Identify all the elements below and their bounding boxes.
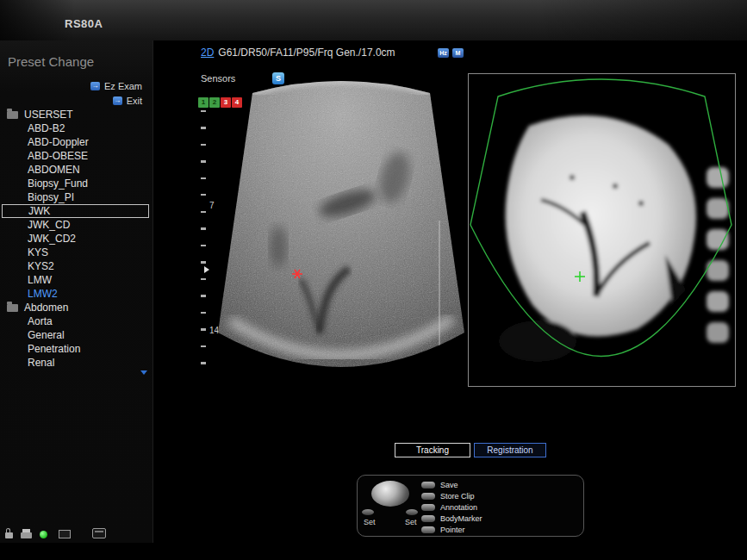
tree-item-label: Biopsy_Fund (28, 177, 88, 190)
tree-item-abdomen[interactable]: ABDOMEN (0, 163, 153, 177)
set-button-left[interactable] (362, 509, 374, 515)
softkey-store-clip[interactable]: Store Clip (421, 490, 482, 501)
title-bar: RS80A (0, 0, 747, 41)
tree-item-biopsy_pi[interactable]: Biopsy_PI (0, 190, 153, 204)
tracking-tab[interactable]: Tracking (395, 443, 470, 457)
softkey-label: Store Clip (440, 492, 475, 501)
tree-item-label: ABD-B2 (28, 121, 65, 135)
softkey-bodymarker[interactable]: BodyMarker (421, 513, 482, 524)
header-icons: Hz M (438, 48, 464, 58)
sidebar-title: Preset Change (8, 54, 94, 69)
softkey-panel: Set Set SaveStore ClipAnnotationBodyMark… (357, 475, 584, 537)
set-button-right[interactable] (406, 509, 418, 515)
tree-item-label: ABD-OBESE (28, 149, 88, 163)
tree-item-abd-doppler[interactable]: ABD-Doppler (0, 135, 153, 149)
tree-item-jwk[interactable]: JWK (2, 204, 149, 218)
tree-item-label: JWK_CD (28, 218, 70, 232)
softkey-pointer[interactable]: Pointer (421, 524, 482, 535)
tree-item-jwk_cd2[interactable]: JWK_CD2 (0, 232, 153, 246)
trackball-icon[interactable] (371, 481, 409, 507)
scan-parameters: 2DG61/DR50/FA11/P95/Frq Gen./17.0cm (201, 47, 395, 59)
tree-item-jwk_cd[interactable]: JWK_CD (0, 218, 153, 232)
sensor-indicator-1: 1 (198, 97, 209, 108)
ez-exam-icon: → (90, 82, 100, 90)
tree-item-renal[interactable]: Renal (0, 356, 153, 370)
tree-item-label: LMW (28, 273, 52, 287)
image-area: 2DG61/DR50/FA11/P95/Frq Gen./17.0cm Hz M… (153, 40, 747, 543)
exit-icon: → (113, 96, 122, 105)
system-model: RS80A (65, 17, 103, 30)
status-icons (5, 523, 106, 538)
lock-icon[interactable] (5, 532, 13, 538)
tree-item-abd-b2[interactable]: ABD-B2 (0, 121, 153, 135)
mode-2d-label[interactable]: 2D (201, 47, 214, 59)
ultrasound-image[interactable] (218, 74, 464, 386)
preset-sidebar: Preset Change → Ez Exam → Exit USERSETAB… (0, 40, 153, 543)
dual-display-icon[interactable] (59, 530, 71, 538)
tree-item-label: KYS (28, 246, 48, 259)
folder-icon (7, 304, 18, 312)
status-dot-icon (40, 531, 47, 538)
tree-item-penetration[interactable]: Penetration (0, 342, 153, 356)
tree-item-label: LMW2 (28, 287, 58, 301)
ez-exam-button[interactable]: → Ez Exam (90, 78, 142, 93)
registration-tab[interactable]: Registration (474, 443, 546, 457)
tree-item-general[interactable]: General (0, 328, 153, 342)
softkey-button-icon (421, 504, 435, 511)
softkey-save[interactable]: Save (421, 479, 482, 490)
sidebar-actions: → Ez Exam → Exit (90, 78, 142, 108)
tree-item-kys[interactable]: KYS (0, 246, 153, 259)
tree-item-label: ABDOMEN (28, 163, 80, 177)
softkey-label: Annotation (440, 503, 477, 512)
tree-item-label: ABD-Doppler (28, 135, 89, 149)
tree-item-label: KYS2 (28, 259, 54, 273)
tree-scroll-down-icon[interactable] (140, 370, 147, 375)
exit-label: Exit (127, 96, 142, 106)
frequency-icon[interactable]: Hz (438, 48, 449, 58)
softkey-label: BodyMarker (440, 514, 482, 523)
ez-exam-label: Ez Exam (104, 81, 142, 91)
tree-item-biopsy_fund[interactable]: Biopsy_Fund (0, 177, 153, 190)
tree-item-label: JWK_CD2 (28, 232, 76, 246)
tree-item-lmw[interactable]: LMW (0, 273, 153, 287)
depth-ruler (201, 110, 206, 379)
softkey-button-icon (421, 526, 435, 533)
tree-item-aorta[interactable]: Aorta (0, 314, 153, 328)
exit-button[interactable]: → Exit (90, 93, 142, 108)
tree-item-label: Renal (28, 356, 54, 370)
set-label-left: Set (364, 518, 376, 526)
softkey-button-icon (421, 493, 435, 500)
tree-item-label: Aorta (28, 314, 53, 328)
tree-folder-abdomen[interactable]: Abdomen (0, 301, 153, 314)
softkey-label: Save (440, 481, 458, 489)
softkey-label: Pointer (440, 526, 465, 534)
printer-icon[interactable] (21, 532, 32, 538)
set-label-right: Set (405, 518, 417, 526)
tree-item-label: USERSET (24, 108, 73, 121)
tree-item-label: Abdomen (24, 301, 68, 314)
folder-icon (7, 111, 18, 119)
storage-media-icon[interactable] (92, 528, 106, 538)
softkey-annotation[interactable]: Annotation (421, 501, 482, 513)
cine-play-icon[interactable] (204, 266, 209, 273)
softkey-button-icon (421, 515, 435, 522)
tree-item-abd-obese[interactable]: ABD-OBESE (0, 149, 153, 163)
preset-tree: USERSETABD-B2ABD-DopplerABD-OBESEABDOMEN… (0, 108, 153, 370)
tree-item-lmw2[interactable]: LMW2 (0, 287, 153, 301)
tree-item-label: General (28, 328, 65, 342)
tree-item-label: Penetration (28, 342, 80, 356)
tree-item-kys2[interactable]: KYS2 (0, 259, 153, 273)
mri-fusion-image[interactable] (468, 73, 736, 387)
measure-icon[interactable]: M (452, 48, 464, 58)
softkey-button-icon (421, 482, 435, 488)
softkey-list: SaveStore ClipAnnotationBodyMarkerPointe… (421, 479, 482, 535)
depth-mark-7: 7 (209, 201, 215, 210)
scan-parameter-values: G61/DR50/FA11/P95/Frq Gen./17.0cm (218, 47, 395, 59)
tree-item-label: JWK (28, 205, 50, 217)
tree-item-label: Biopsy_PI (28, 190, 74, 204)
tree-folder-userset[interactable]: USERSET (0, 108, 153, 121)
